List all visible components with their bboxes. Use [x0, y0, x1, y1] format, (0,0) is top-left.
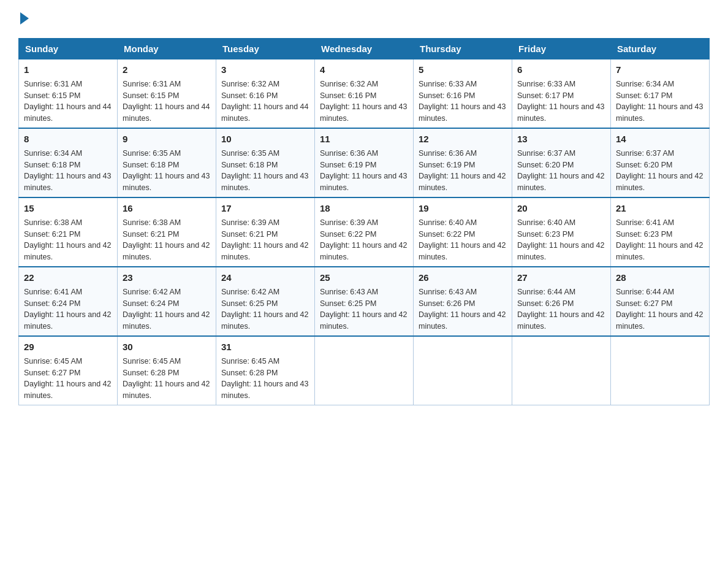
- day-number: 18: [320, 202, 408, 215]
- day-sunrise: Sunrise: 6:41 AM: [616, 218, 674, 227]
- day-sunrise: Sunrise: 6:40 AM: [517, 218, 575, 227]
- day-daylight: Daylight: 11 hours and 42 minutes.: [517, 310, 604, 331]
- page-header: [18, 12, 710, 26]
- day-number: 13: [517, 132, 605, 145]
- day-daylight: Daylight: 11 hours and 42 minutes.: [24, 380, 111, 400]
- day-daylight: Daylight: 11 hours and 42 minutes.: [24, 310, 111, 331]
- day-sunrise: Sunrise: 6:38 AM: [123, 218, 181, 227]
- calendar-cell: 28 Sunrise: 6:44 AM Sunset: 6:27 PM Dayl…: [611, 267, 710, 336]
- calendar-cell: 2 Sunrise: 6:31 AM Sunset: 6:15 PM Dayli…: [118, 59, 216, 129]
- day-number: 4: [320, 63, 408, 76]
- day-sunrise: Sunrise: 6:45 AM: [221, 357, 279, 366]
- day-daylight: Daylight: 11 hours and 42 minutes.: [616, 172, 703, 192]
- calendar-cell: [611, 336, 710, 405]
- day-daylight: Daylight: 11 hours and 42 minutes.: [419, 241, 506, 261]
- day-sunrise: Sunrise: 6:42 AM: [221, 288, 279, 296]
- day-sunrise: Sunrise: 6:43 AM: [419, 288, 477, 296]
- day-sunset: Sunset: 6:17 PM: [616, 91, 672, 100]
- day-sunset: Sunset: 6:27 PM: [24, 369, 80, 377]
- day-number: 20: [517, 202, 605, 215]
- calendar-cell: [414, 336, 512, 405]
- day-sunrise: Sunrise: 6:44 AM: [616, 288, 674, 296]
- day-daylight: Daylight: 11 hours and 44 minutes.: [123, 102, 210, 123]
- calendar-cell: 14 Sunrise: 6:37 AM Sunset: 6:20 PM Dayl…: [611, 128, 710, 197]
- calendar-cell: 27 Sunrise: 6:44 AM Sunset: 6:26 PM Dayl…: [512, 267, 611, 336]
- day-daylight: Daylight: 11 hours and 44 minutes.: [24, 102, 111, 123]
- day-number: 29: [24, 340, 112, 353]
- day-sunrise: Sunrise: 6:34 AM: [616, 80, 674, 88]
- day-sunrise: Sunrise: 6:33 AM: [419, 80, 477, 88]
- day-number: 2: [123, 63, 211, 76]
- calendar-week-row: 8 Sunrise: 6:34 AM Sunset: 6:18 PM Dayli…: [19, 128, 710, 197]
- calendar-cell: 5 Sunrise: 6:33 AM Sunset: 6:16 PM Dayli…: [414, 59, 512, 129]
- calendar-cell: 12 Sunrise: 6:36 AM Sunset: 6:19 PM Dayl…: [414, 128, 512, 197]
- day-number: 19: [419, 202, 507, 215]
- day-number: 28: [616, 271, 704, 284]
- day-sunrise: Sunrise: 6:36 AM: [419, 149, 477, 158]
- day-sunset: Sunset: 6:15 PM: [123, 91, 179, 100]
- day-sunset: Sunset: 6:18 PM: [24, 161, 80, 169]
- calendar-cell: 15 Sunrise: 6:38 AM Sunset: 6:21 PM Dayl…: [19, 197, 118, 267]
- day-daylight: Daylight: 11 hours and 42 minutes.: [616, 241, 703, 261]
- calendar-cell: 26 Sunrise: 6:43 AM Sunset: 6:26 PM Dayl…: [414, 267, 512, 336]
- day-sunrise: Sunrise: 6:35 AM: [221, 149, 279, 158]
- day-daylight: Daylight: 11 hours and 42 minutes.: [123, 310, 210, 331]
- day-daylight: Daylight: 11 hours and 43 minutes.: [221, 380, 308, 400]
- day-daylight: Daylight: 11 hours and 42 minutes.: [123, 241, 210, 261]
- day-daylight: Daylight: 11 hours and 44 minutes.: [221, 102, 308, 123]
- day-sunset: Sunset: 6:21 PM: [123, 230, 179, 239]
- day-daylight: Daylight: 11 hours and 43 minutes.: [616, 102, 703, 123]
- calendar-week-row: 29 Sunrise: 6:45 AM Sunset: 6:27 PM Dayl…: [19, 336, 710, 405]
- day-sunset: Sunset: 6:17 PM: [517, 91, 574, 100]
- day-number: 7: [616, 63, 704, 76]
- calendar-cell: 25 Sunrise: 6:43 AM Sunset: 6:25 PM Dayl…: [315, 267, 414, 336]
- day-sunset: Sunset: 6:20 PM: [616, 161, 672, 169]
- day-sunrise: Sunrise: 6:37 AM: [517, 149, 575, 158]
- day-number: 16: [123, 202, 211, 215]
- day-number: 17: [221, 202, 309, 215]
- weekday-header-friday: Friday: [512, 39, 611, 59]
- calendar-cell: 3 Sunrise: 6:32 AM Sunset: 6:16 PM Dayli…: [216, 59, 315, 129]
- day-sunrise: Sunrise: 6:32 AM: [221, 80, 279, 88]
- day-number: 23: [123, 271, 211, 284]
- day-number: 24: [221, 271, 309, 284]
- day-number: 5: [419, 63, 507, 76]
- day-sunrise: Sunrise: 6:40 AM: [419, 218, 477, 227]
- day-sunset: Sunset: 6:19 PM: [320, 161, 376, 169]
- weekday-header-tuesday: Tuesday: [216, 39, 315, 59]
- day-sunrise: Sunrise: 6:33 AM: [517, 80, 575, 88]
- calendar-cell: 21 Sunrise: 6:41 AM Sunset: 6:23 PM Dayl…: [611, 197, 710, 267]
- weekday-header-wednesday: Wednesday: [315, 39, 414, 59]
- calendar-cell: 10 Sunrise: 6:35 AM Sunset: 6:18 PM Dayl…: [216, 128, 315, 197]
- day-sunrise: Sunrise: 6:31 AM: [24, 80, 82, 88]
- calendar-cell: 16 Sunrise: 6:38 AM Sunset: 6:21 PM Dayl…: [118, 197, 216, 267]
- calendar-week-row: 22 Sunrise: 6:41 AM Sunset: 6:24 PM Dayl…: [19, 267, 710, 336]
- day-sunrise: Sunrise: 6:45 AM: [123, 357, 181, 366]
- calendar-cell: 6 Sunrise: 6:33 AM Sunset: 6:17 PM Dayli…: [512, 59, 611, 129]
- logo-arrow-icon: [20, 12, 29, 25]
- day-daylight: Daylight: 11 hours and 42 minutes.: [221, 310, 308, 331]
- day-sunrise: Sunrise: 6:42 AM: [123, 288, 181, 296]
- day-number: 9: [123, 132, 211, 145]
- day-sunset: Sunset: 6:25 PM: [221, 299, 278, 308]
- day-number: 15: [24, 202, 112, 215]
- calendar-week-row: 15 Sunrise: 6:38 AM Sunset: 6:21 PM Dayl…: [19, 197, 710, 267]
- day-daylight: Daylight: 11 hours and 42 minutes.: [419, 310, 506, 331]
- day-sunset: Sunset: 6:21 PM: [221, 230, 278, 239]
- calendar-cell: 29 Sunrise: 6:45 AM Sunset: 6:27 PM Dayl…: [19, 336, 118, 405]
- calendar-cell: 9 Sunrise: 6:35 AM Sunset: 6:18 PM Dayli…: [118, 128, 216, 197]
- day-sunset: Sunset: 6:24 PM: [24, 299, 80, 308]
- day-sunrise: Sunrise: 6:39 AM: [221, 218, 279, 227]
- calendar-cell: 22 Sunrise: 6:41 AM Sunset: 6:24 PM Dayl…: [19, 267, 118, 336]
- day-number: 30: [123, 340, 211, 353]
- day-number: 6: [517, 63, 605, 76]
- calendar-cell: [315, 336, 414, 405]
- day-daylight: Daylight: 11 hours and 42 minutes.: [24, 241, 111, 261]
- day-sunrise: Sunrise: 6:41 AM: [24, 288, 82, 296]
- day-sunset: Sunset: 6:16 PM: [320, 91, 376, 100]
- day-sunrise: Sunrise: 6:32 AM: [320, 80, 378, 88]
- day-number: 8: [24, 132, 112, 145]
- day-sunset: Sunset: 6:23 PM: [517, 230, 574, 239]
- day-daylight: Daylight: 11 hours and 42 minutes.: [320, 310, 407, 331]
- day-sunset: Sunset: 6:28 PM: [123, 369, 179, 377]
